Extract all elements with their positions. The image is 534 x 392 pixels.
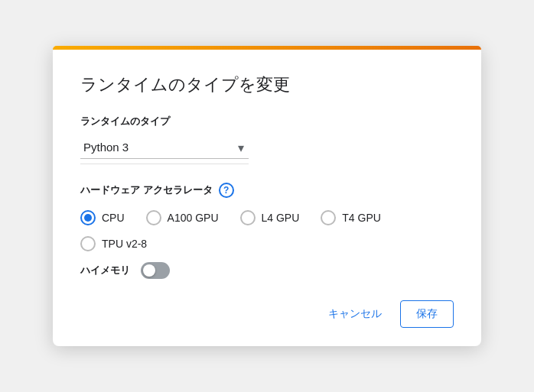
radio-t4gpu-label: T4 GPU xyxy=(342,212,381,224)
cancel-button[interactable]: キャンセル xyxy=(319,301,391,327)
radio-l4gpu-label: L4 GPU xyxy=(262,212,300,224)
hi-mem-label: ハイメモリ xyxy=(80,264,130,277)
hi-mem-toggle[interactable] xyxy=(141,262,170,279)
dialog-actions: キャンセル 保存 xyxy=(80,300,454,328)
hw-accelerator-label: ハードウェア アクセラレータ xyxy=(80,183,213,197)
radio-cpu-button[interactable] xyxy=(80,210,96,225)
runtime-select[interactable]: Python 3 Python 2 xyxy=(80,136,249,159)
runtime-divider xyxy=(80,164,249,164)
dialog-title: ランタイムのタイプを変更 xyxy=(80,73,454,96)
radio-cpu[interactable]: CPU xyxy=(80,210,125,225)
runtime-type-label: ランタイムのタイプ xyxy=(80,115,454,128)
help-icon[interactable]: ? xyxy=(219,183,234,198)
hi-mem-row: ハイメモリ xyxy=(80,262,454,279)
radio-tpuv28-label: TPU v2-8 xyxy=(102,238,147,250)
radio-tpuv28-button[interactable] xyxy=(80,236,96,251)
radio-a100gpu-button[interactable] xyxy=(146,210,161,225)
dialog: ランタイムのタイプを変更 ランタイムのタイプ Python 3 Python 2… xyxy=(53,46,481,346)
runtime-select-wrapper[interactable]: Python 3 Python 2 ▾ xyxy=(80,136,249,159)
toggle-knob xyxy=(143,264,155,277)
top-bar-decoration xyxy=(53,46,481,50)
radio-a100gpu[interactable]: A100 GPU xyxy=(146,210,219,225)
radio-cpu-label: CPU xyxy=(102,212,125,224)
save-button[interactable]: 保存 xyxy=(400,300,454,328)
accelerator-row-1: CPU A100 GPU L4 GPU T4 GPU xyxy=(80,210,454,225)
accelerator-row-2: TPU v2-8 xyxy=(80,236,454,251)
radio-l4gpu[interactable]: L4 GPU xyxy=(240,210,300,225)
radio-a100gpu-label: A100 GPU xyxy=(168,212,219,224)
hw-accelerator-section: ハードウェア アクセラレータ ? xyxy=(80,183,454,198)
radio-t4gpu-button[interactable] xyxy=(321,210,336,225)
radio-l4gpu-button[interactable] xyxy=(240,210,256,225)
radio-t4gpu[interactable]: T4 GPU xyxy=(321,210,381,225)
radio-tpuv28[interactable]: TPU v2-8 xyxy=(80,236,147,251)
